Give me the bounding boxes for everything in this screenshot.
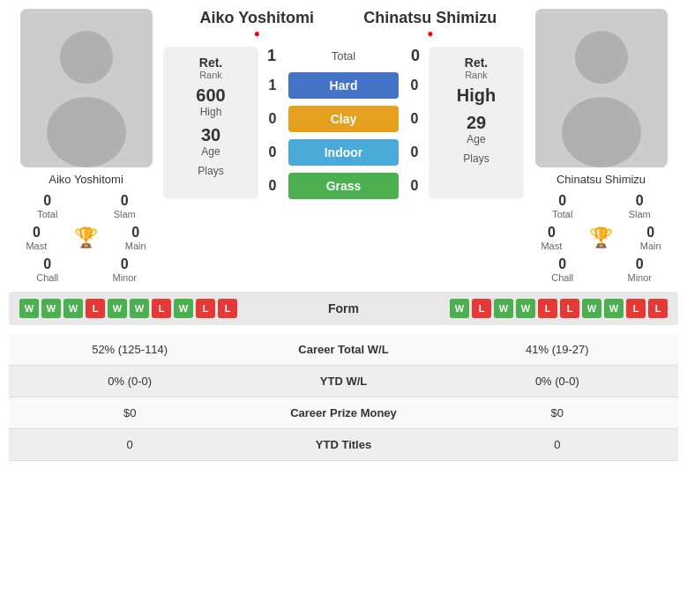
right-plays-box: Plays xyxy=(436,152,517,165)
form-right-badges: WLWWLLWWLL xyxy=(450,299,668,318)
left-rank-box: Ret. Rank xyxy=(170,56,251,80)
left-dot: ● xyxy=(170,27,344,40)
left-player-avatar xyxy=(20,9,153,167)
right-rank-box: Ret. Rank xyxy=(436,56,517,80)
left-minor-stat: 0 Minor xyxy=(107,256,142,283)
court-rows: 1 Hard 0 0 Clay 0 0 Indoor 0 0 Grass 0 xyxy=(264,72,423,199)
court-row-grass: 0 Grass 0 xyxy=(264,173,423,199)
court-button-indoor[interactable]: Indoor xyxy=(288,139,399,166)
career-stats-table: 52% (125-114) Career Total W/L 41% (19-2… xyxy=(9,334,678,461)
court-left-score-3: 0 xyxy=(264,178,281,194)
career-stat-row-0: 52% (125-114) Career Total W/L 41% (19-2… xyxy=(9,334,678,366)
svg-point-2 xyxy=(47,97,126,167)
main-container: Aiko Yoshitomi 0 Total 0 Slam 0 Mast 🏆 xyxy=(0,0,687,470)
right-slam-stat: 0 Slam xyxy=(622,193,657,219)
career-left-2: $0 xyxy=(23,406,236,419)
badge-form-right-8: L xyxy=(626,299,646,318)
career-left-1: 0% (0-0) xyxy=(23,375,236,388)
badge-form-left-8: L xyxy=(196,299,215,318)
form-section: WWWLWWLWLL Form WLWWLLWWLL xyxy=(9,292,678,325)
left-high-box: 600 High xyxy=(170,85,251,118)
right-total-score: 0 xyxy=(411,47,420,65)
badge-form-right-3: W xyxy=(516,299,535,318)
left-main-stat: 0 Main xyxy=(118,225,153,251)
left-chall-stat: 0 Chall xyxy=(30,256,65,283)
form-label: Form xyxy=(328,301,359,315)
left-player-block: Aiko Yoshitomi 0 Total 0 Slam 0 Mast 🏆 xyxy=(9,9,163,283)
left-slam-stat: 0 Slam xyxy=(107,193,142,219)
right-minor-stat: 0 Minor xyxy=(622,256,657,283)
badge-form-right-0: W xyxy=(450,299,469,318)
right-chall-stat: 0 Chall xyxy=(545,256,580,283)
career-left-3: 0 xyxy=(23,438,236,451)
left-total-score: 1 xyxy=(267,47,276,65)
career-label-3: YTD Titles xyxy=(236,438,450,451)
career-right-0: 41% (19-27) xyxy=(451,343,664,356)
right-player-block: Chinatsu Shimizu 0 Total 0 Slam 0 Mast 🏆 xyxy=(524,9,678,283)
left-mast-stat: 0 Mast xyxy=(19,225,54,251)
badge-form-left-0: W xyxy=(19,299,39,318)
left-center-stats: Ret. Rank 600 High 30 Age Plays xyxy=(163,47,258,199)
right-dot: ● xyxy=(344,27,518,40)
right-mast-stat: 0 Mast xyxy=(534,225,569,251)
form-left-badges: WWWLWWLWLL xyxy=(19,299,237,318)
left-trophy-icon: 🏆 xyxy=(74,226,98,249)
badge-form-right-5: L xyxy=(560,299,579,318)
left-player-name: Aiko Yoshitomi xyxy=(49,173,123,186)
badge-form-right-4: L xyxy=(538,299,557,318)
career-label-0: Career Total W/L xyxy=(236,343,450,356)
court-row-hard: 1 Hard 0 xyxy=(264,72,423,99)
badge-form-right-9: L xyxy=(648,299,668,318)
total-label: Total xyxy=(332,49,355,63)
badge-form-left-4: W xyxy=(108,299,127,318)
court-left-score-1: 0 xyxy=(264,111,281,127)
left-total-stat: 0 Total xyxy=(30,193,65,219)
court-right-score-3: 0 xyxy=(406,178,423,194)
badge-form-left-9: L xyxy=(218,299,237,318)
right-player-avatar xyxy=(535,9,668,167)
court-row-indoor: 0 Indoor 0 xyxy=(264,139,423,166)
court-right-score-1: 0 xyxy=(406,111,423,127)
career-stat-row-3: 0 YTD Titles 0 xyxy=(9,429,678,461)
left-age-box: 30 Age xyxy=(170,125,251,158)
svg-point-5 xyxy=(562,97,641,167)
badge-form-right-1: L xyxy=(472,299,491,318)
badge-form-left-6: L xyxy=(152,299,171,318)
left-plays-box: Plays xyxy=(170,165,251,177)
right-player-header-name: Chinatsu Shimizu ● xyxy=(344,9,518,40)
badge-form-left-2: W xyxy=(63,299,83,318)
badge-form-right-7: W xyxy=(604,299,624,318)
court-button-hard[interactable]: Hard xyxy=(288,72,399,99)
svg-point-4 xyxy=(575,31,628,84)
right-main-stat: 0 Main xyxy=(633,225,668,251)
career-label-2: Career Prize Money xyxy=(236,406,450,419)
badge-form-right-6: W xyxy=(582,299,601,318)
court-left-score-0: 1 xyxy=(264,78,281,93)
career-left-0: 52% (125-114) xyxy=(23,343,236,356)
svg-point-1 xyxy=(60,31,113,84)
career-stat-row-2: $0 Career Prize Money $0 xyxy=(9,397,678,429)
court-left-score-2: 0 xyxy=(264,145,281,160)
court-right-score-0: 0 xyxy=(406,78,423,93)
court-button-grass[interactable]: Grass xyxy=(288,173,399,199)
court-row-clay: 0 Clay 0 xyxy=(264,106,423,132)
career-stat-row-1: 0% (0-0) YTD W/L 0% (0-0) xyxy=(9,366,678,397)
right-player-name: Chinatsu Shimizu xyxy=(556,173,646,186)
badge-form-left-7: W xyxy=(174,299,193,318)
career-label-1: YTD W/L xyxy=(236,375,450,388)
top-layout: Aiko Yoshitomi 0 Total 0 Slam 0 Mast 🏆 xyxy=(9,9,678,283)
career-right-2: $0 xyxy=(451,406,664,419)
badge-form-left-3: L xyxy=(86,299,105,318)
center-block: Aiko Yoshitomi ● Chinatsu Shimizu ● Ret.… xyxy=(163,9,524,199)
badge-form-left-1: W xyxy=(41,299,61,318)
court-button-clay[interactable]: Clay xyxy=(288,106,399,132)
right-trophy-icon: 🏆 xyxy=(589,226,613,249)
left-player-header-name: Aiko Yoshitomi ● xyxy=(170,9,344,40)
right-age-box: 29 Age xyxy=(436,113,517,145)
right-high-box: High xyxy=(436,85,517,106)
court-right-score-2: 0 xyxy=(406,145,423,160)
right-total-stat: 0 Total xyxy=(545,193,580,219)
courts-section: 1 Total 0 1 Hard 0 0 Clay 0 0 Indoor 0 0… xyxy=(264,47,423,199)
badge-form-left-5: W xyxy=(130,299,149,318)
career-right-1: 0% (0-0) xyxy=(451,375,664,388)
